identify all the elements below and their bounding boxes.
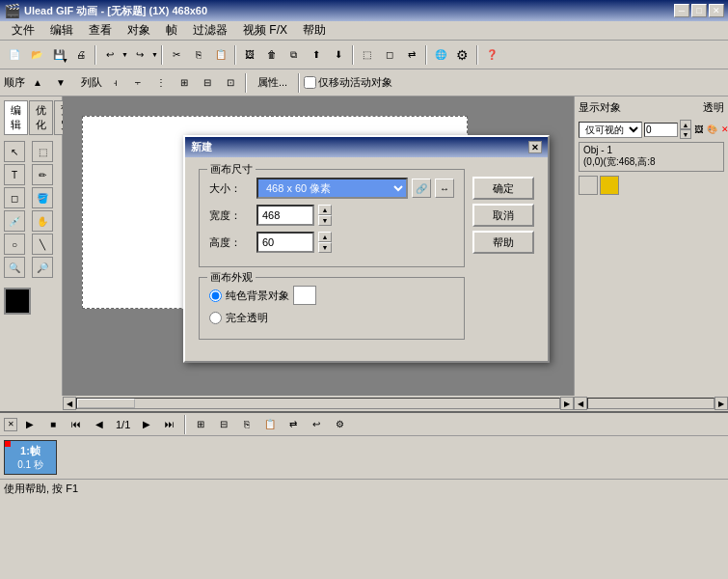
size-row: 大小： 468 x 60 像素 🔗 ↔ (209, 178, 454, 199)
dialog-left: 画布尺寸 大小： 468 x 60 像素 🔗 ↔ 宽度： (199, 169, 465, 349)
height-label: 高度： (209, 235, 253, 250)
new-dialog: 新建 ✕ 画布尺寸 大小： 468 x 60 像素 🔗 (183, 135, 550, 363)
width-label: 宽度： (209, 208, 253, 223)
dialog-buttons: 确定 取消 帮助 (472, 169, 534, 349)
height-up-btn[interactable]: ▲ (318, 232, 332, 242)
bg-color-box[interactable] (293, 286, 316, 305)
canvas-size-title: 画布尺寸 (207, 162, 256, 177)
size-dropdown[interactable]: 468 x 60 像素 (256, 178, 408, 199)
canvas-size-section: 画布尺寸 大小： 468 x 60 像素 🔗 ↔ 宽度： (199, 169, 465, 267)
radio-transparent-row: 完全透明 (209, 311, 454, 325)
dialog-overlay: 新建 ✕ 画布尺寸 大小： 468 x 60 像素 🔗 (0, 0, 728, 579)
height-down-btn[interactable]: ▼ (318, 242, 332, 253)
width-down-btn[interactable]: ▼ (318, 215, 332, 226)
radio-solid-label: 纯色背景对象 (226, 289, 289, 303)
width-up-btn[interactable]: ▲ (318, 205, 332, 215)
help-button-dialog[interactable]: 帮助 (472, 231, 534, 254)
radio-solid[interactable] (209, 290, 222, 302)
dialog-body: 画布尺寸 大小： 468 x 60 像素 🔗 ↔ 宽度： (185, 157, 548, 361)
height-stepper: ▲ ▼ (318, 232, 332, 253)
canvas-appearance-section: 画布外观 纯色背景对象 完全透明 (199, 277, 465, 340)
width-input[interactable] (256, 205, 314, 226)
radio-transparent[interactable] (209, 312, 222, 324)
size-expand-btn[interactable]: ↔ (435, 179, 454, 198)
dialog-sections: 画布尺寸 大小： 468 x 60 像素 🔗 ↔ 宽度： (199, 169, 534, 349)
dialog-title-text: 新建 (191, 140, 212, 154)
dialog-close-button[interactable]: ✕ (528, 141, 542, 153)
ok-button[interactable]: 确定 (472, 177, 534, 200)
height-input[interactable] (256, 232, 314, 253)
height-row: 高度： ▲ ▼ (209, 232, 454, 253)
appearance-title: 画布外观 (207, 270, 256, 285)
size-link-btn[interactable]: 🔗 (412, 179, 431, 198)
size-label: 大小： (209, 181, 253, 196)
dialog-title-bar: 新建 ✕ (185, 137, 548, 157)
radio-solid-row: 纯色背景对象 (209, 286, 454, 305)
width-stepper: ▲ ▼ (318, 205, 332, 226)
radio-transparent-label: 完全透明 (226, 311, 268, 325)
width-row: 宽度： ▲ ▼ (209, 205, 454, 226)
cancel-button[interactable]: 取消 (472, 204, 534, 227)
